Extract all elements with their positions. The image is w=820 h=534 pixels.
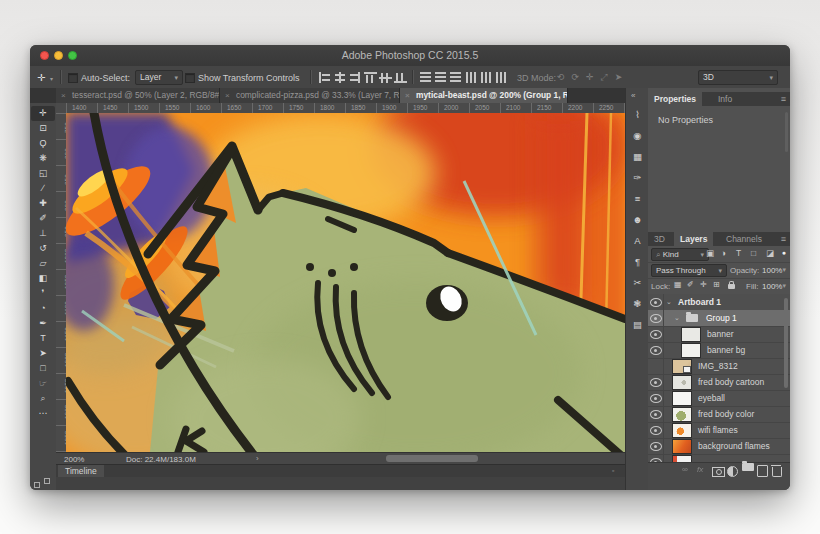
distribute-right-edges-icon[interactable] <box>495 72 508 83</box>
eye-icon[interactable] <box>650 298 662 307</box>
character-icon[interactable]: A <box>627 232 648 250</box>
tab-properties[interactable]: Properties <box>648 92 702 106</box>
opacity-value[interactable]: 100% <box>762 266 782 275</box>
styles-icon[interactable]: ❃ <box>627 295 648 313</box>
lock-icon-2[interactable]: ✛ <box>700 280 707 289</box>
tool-marquee[interactable]: ⊡ <box>31 121 55 136</box>
workspace-dropdown[interactable]: 3D▾ <box>698 70 778 85</box>
tool-shape[interactable]: □ <box>31 361 55 376</box>
layer-row-eyeball[interactable]: eyeball <box>648 390 790 407</box>
paragraph-icon[interactable]: ¶ <box>627 253 648 271</box>
tab-info[interactable]: Info <box>712 92 738 106</box>
layer-row-background-flames[interactable]: background flames <box>648 438 790 455</box>
show-transform-checkbox[interactable] <box>185 73 195 83</box>
distribute-vertical-centers-icon[interactable] <box>434 72 447 83</box>
clone-source-icon[interactable]: ☻ <box>627 211 648 229</box>
visibility-cell[interactable] <box>648 342 664 358</box>
history-icon[interactable]: ⌇ <box>627 106 648 124</box>
distribute-horizontal-centers-icon[interactable] <box>480 72 493 83</box>
layer-thumbnail[interactable] <box>672 375 692 390</box>
eye-icon[interactable] <box>650 330 662 339</box>
tool-eraser[interactable]: ▱ <box>31 256 55 271</box>
visibility-cell[interactable] <box>648 390 664 406</box>
eye-icon[interactable] <box>650 426 662 435</box>
layer-thumbnail[interactable] <box>672 423 692 438</box>
close-tab-icon[interactable]: × <box>61 88 66 103</box>
distribute-top-edges-icon[interactable] <box>419 72 432 83</box>
visibility-cell[interactable] <box>648 406 664 422</box>
status-flyout-icon[interactable]: › <box>256 454 259 463</box>
layer-row-banner-bg[interactable]: banner bg <box>648 342 790 359</box>
layer-row-img-8312[interactable]: IMG_8312 <box>648 358 790 375</box>
layer-thumbnail[interactable] <box>681 327 701 342</box>
delete-layer-icon[interactable] <box>772 467 782 477</box>
fill-value[interactable]: 100% <box>762 282 782 291</box>
tool-edit-toolbar[interactable]: ⋯ <box>31 406 55 421</box>
distribute-left-edges-icon[interactable] <box>465 72 478 83</box>
adjustment-sliders-icon[interactable]: ≡ <box>627 190 648 208</box>
chevron-down-icon[interactable]: ⌄ <box>674 314 680 322</box>
swatches-icon[interactable]: ▦ <box>627 148 648 166</box>
visibility-cell[interactable] <box>648 438 664 454</box>
layer-thumbnail[interactable] <box>681 343 701 358</box>
tool-path-selection[interactable]: ➤ <box>31 346 55 361</box>
tool-gradient[interactable]: ◧ <box>31 271 55 286</box>
timeline-menu-icon[interactable]: ▫ <box>612 467 614 474</box>
tab-channels[interactable]: Channels <box>720 232 768 246</box>
canvas-artwork[interactable] <box>66 113 625 452</box>
eye-icon[interactable] <box>650 346 662 355</box>
tool-hand[interactable]: ☞ <box>31 376 55 391</box>
layer-row-banner[interactable]: banner <box>648 326 790 343</box>
filter-type-icon-0[interactable]: ▣ <box>706 248 714 258</box>
lock-icon-3[interactable]: ⊞ <box>713 280 720 289</box>
tool-brush[interactable]: ✐ <box>31 211 55 226</box>
close-tab-icon[interactable]: × <box>405 88 410 103</box>
align-right-edges-icon[interactable] <box>348 72 361 83</box>
visibility-cell[interactable] <box>648 358 664 374</box>
tool-dodge[interactable]: ◔ <box>31 301 55 316</box>
close-tab-icon[interactable]: × <box>225 88 230 103</box>
tab-mytical-beast[interactable]: ×mytical-beast.psd @ 200% (Group 1, RGB/… <box>400 88 568 103</box>
chevron-down-icon[interactable]: ▾ <box>782 282 786 290</box>
auto-select-dropdown[interactable]: Layer▾ <box>135 70 183 85</box>
align-horizontal-centers-icon[interactable] <box>333 72 346 83</box>
measurement-icon[interactable]: ✂ <box>627 274 648 292</box>
tool-type[interactable]: T <box>31 331 55 346</box>
align-left-edges-icon[interactable] <box>318 72 331 83</box>
tool-pen[interactable]: ✒ <box>31 316 55 331</box>
panel-menu-icon[interactable]: ≡ <box>781 232 786 246</box>
layer-thumbnail[interactable] <box>672 391 692 406</box>
document-canvas[interactable] <box>66 113 625 452</box>
adjustment-layer-icon[interactable] <box>727 466 738 477</box>
layer-row-artboard-1[interactable]: ⌄Artboard 1 <box>648 294 790 311</box>
expand-panels-icon[interactable]: « <box>631 91 635 100</box>
title-bar[interactable]: Adobe Photoshop CC 2015.5 <box>30 45 790 67</box>
layer-comps-icon[interactable]: ▤ <box>627 316 648 334</box>
eye-icon[interactable] <box>650 394 662 403</box>
mode-3d-icons[interactable]: ⟲⟳✛⤢➤ <box>557 72 629 83</box>
filter-type-icon-3[interactable]: □ <box>751 248 756 258</box>
align-top-edges-icon[interactable] <box>364 72 377 83</box>
visibility-cell[interactable] <box>648 422 664 438</box>
tool-move[interactable]: ✛ <box>31 106 55 121</box>
tool-lasso[interactable]: Ϙ <box>31 136 55 151</box>
filter-type-icon-2[interactable]: T <box>736 248 741 258</box>
layer-styles-icon[interactable]: fx <box>697 465 703 474</box>
align-bottom-edges-icon[interactable] <box>394 72 407 83</box>
default-colors-icon[interactable] <box>34 482 40 488</box>
tool-zoom[interactable]: ⌕ <box>31 391 55 406</box>
layer-thumbnail[interactable] <box>672 359 692 374</box>
tab-tesseract[interactable]: ×tesseract.psd @ 50% (Layer 2, RGB/8#) * <box>56 88 220 103</box>
tool-history-brush[interactable]: ↺ <box>31 241 55 256</box>
chevron-down-icon[interactable]: ⌄ <box>666 298 672 306</box>
zoom-level-field[interactable]: 200% <box>64 455 84 464</box>
visibility-cell[interactable] <box>648 454 664 462</box>
tab-3d[interactable]: 3D <box>648 232 671 246</box>
lock-icon-0[interactable]: ▦ <box>674 280 682 289</box>
properties-scrollbar[interactable] <box>785 112 788 152</box>
filter-kind-dropdown[interactable]: ⌕ Kind▾ <box>651 248 709 261</box>
chevron-down-icon[interactable]: ▾ <box>782 266 786 274</box>
filter-type-icon-1[interactable]: ◑ <box>721 248 726 258</box>
layer-thumbnail[interactable] <box>672 439 692 454</box>
visibility-cell[interactable] <box>648 374 664 390</box>
